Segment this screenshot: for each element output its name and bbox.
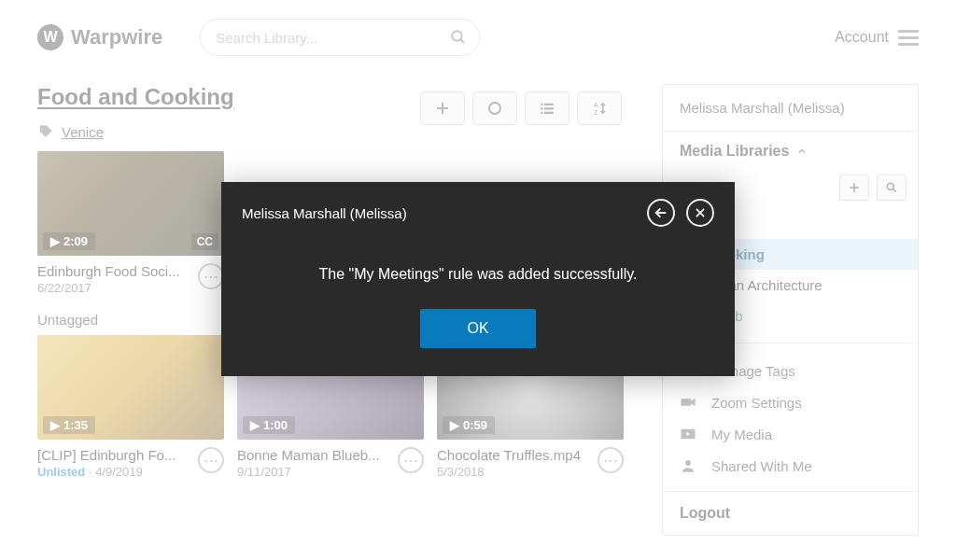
close-button[interactable]: [686, 199, 714, 227]
success-modal: Melissa Marshall (Melissa) The "My Meeti…: [221, 182, 735, 376]
back-button[interactable]: [647, 199, 675, 227]
modal-overlay[interactable]: Melissa Marshall (Melissa) The "My Meeti…: [0, 0, 956, 560]
modal-message: The "My Meetings" rule was added success…: [242, 266, 714, 283]
ok-button[interactable]: OK: [420, 309, 535, 348]
modal-user: Melissa Marshall (Melissa): [242, 205, 636, 221]
